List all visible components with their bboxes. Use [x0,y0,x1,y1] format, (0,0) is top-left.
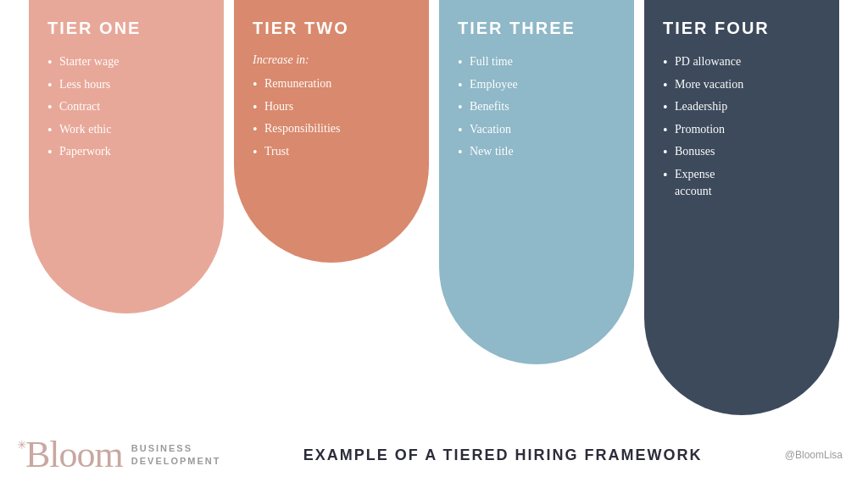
tier-two-column: TIER TWO Increase in: Remuneration Hours… [234,0,429,263]
list-item: Expenseaccount [663,166,821,199]
logo-area: ✳ Bloom BUSINESS DEVELOPMENT [25,436,221,474]
list-item: Less hours [47,76,205,93]
tier-three-list: Full time Employee Benefits Vacation New… [458,53,615,166]
list-item: Contract [47,98,205,115]
list-item: Hours [253,98,410,115]
tier-two-subtitle: Increase in: [253,53,410,67]
list-item: Remuneration [253,75,410,92]
list-item: Benefits [458,98,615,115]
list-item: Starter wage [47,53,205,70]
bloom-logo: ✳ Bloom [25,436,123,474]
list-item: Work ethic [47,121,205,138]
biz-dev-label: BUSINESS DEVELOPMENT [131,442,221,469]
tier-three-pill: TIER THREE Full time Employee Benefits V… [439,0,634,364]
tier-two-title: TIER TWO [253,15,410,38]
list-item: Vacation [458,121,615,138]
list-item: More vacation [663,76,821,93]
tier-three-column: TIER THREE Full time Employee Benefits V… [439,0,634,364]
page: TIER ONE Starter wage Less hours Contrac… [0,0,868,488]
list-item: Trust [253,143,410,160]
tier-two-pill: TIER TWO Increase in: Remuneration Hours… [234,0,429,263]
tier-one-column: TIER ONE Starter wage Less hours Contrac… [29,0,224,313]
tier-one-list: Starter wage Less hours Contract Work et… [47,53,205,166]
list-item: Full time [458,53,615,70]
bloom-wordmark: Bloom [25,434,123,475]
tier-four-pill: TIER FOUR PD allowance More vacation Lea… [644,0,839,415]
bottom-row: ✳ Bloom BUSINESS DEVELOPMENT EXAMPLE OF … [17,420,851,488]
tier-two-list: Remuneration Hours Responsibilities Trus… [253,75,410,165]
tier-one-pill: TIER ONE Starter wage Less hours Contrac… [29,0,224,313]
list-item: Paperwork [47,143,205,160]
list-item: PD allowance [663,53,821,70]
tier-one-title: TIER ONE [47,15,205,38]
list-item: Promotion [663,121,821,138]
footer-tagline: EXAMPLE OF A TIERED HIRING FRAMEWORK [221,446,785,464]
tier-four-title: TIER FOUR [663,15,821,38]
tiers-row: TIER ONE Starter wage Less hours Contrac… [17,0,851,420]
tier-three-title: TIER THREE [458,15,615,38]
tier-four-list: PD allowance More vacation Leadership Pr… [663,53,821,205]
list-item: Leadership [663,98,821,115]
list-item: New title [458,143,615,160]
list-item: Bonuses [663,143,821,160]
bloom-handle: @BloomLisa [785,449,843,461]
list-item: Employee [458,76,615,93]
tier-four-column: TIER FOUR PD allowance More vacation Lea… [644,0,839,415]
list-item: Responsibilities [253,120,410,137]
